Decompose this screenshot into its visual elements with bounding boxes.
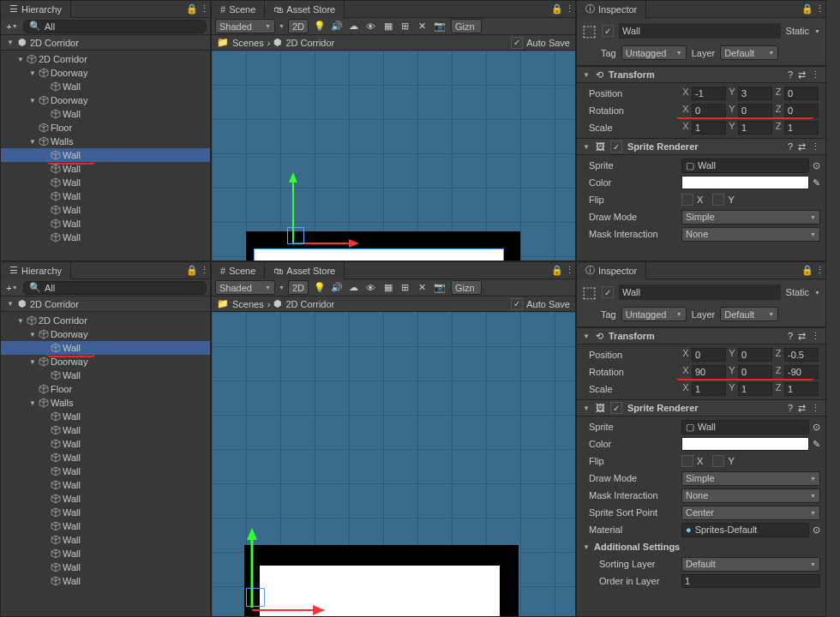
foldout-icon[interactable]: ▼	[28, 399, 37, 407]
scale-z[interactable]	[784, 382, 819, 396]
scene-tab[interactable]: #Scene	[212, 262, 265, 279]
create-button[interactable]: +▼	[4, 280, 20, 296]
hierarchy-item[interactable]: ▼Doorway	[1, 355, 210, 368]
name-field[interactable]	[619, 23, 781, 39]
tag-dropdown[interactable]: Untagged▼	[621, 307, 687, 321]
hierarchy-item[interactable]: Wall	[1, 80, 210, 93]
sr-enable-check[interactable]: ✓	[610, 402, 622, 414]
preset-icon[interactable]: ⇄	[798, 331, 806, 342]
color-field[interactable]	[681, 437, 809, 451]
lock-icon[interactable]: 🔒	[186, 265, 198, 277]
draw-mode-dropdown[interactable]: Simple▼	[681, 471, 820, 486]
audio-icon[interactable]: 🔊	[329, 19, 345, 34]
foldout-icon[interactable]: ▼	[16, 56, 25, 63]
hierarchy-search[interactable]: 🔍All	[23, 20, 207, 33]
hierarchy-item[interactable]: ▼Walls	[1, 396, 210, 410]
position-y[interactable]	[738, 87, 772, 100]
hierarchy-item[interactable]: Wall	[1, 464, 210, 478]
static-dropdown[interactable]: ▼	[814, 290, 820, 296]
hierarchy-item[interactable]: Wall	[1, 189, 210, 203]
audio-icon[interactable]: 🔊	[329, 280, 345, 296]
sort-point-dropdown[interactable]: Center▼	[681, 506, 820, 520]
tag-dropdown[interactable]: Untagged▼	[621, 45, 687, 60]
autosave-check[interactable]: ✓	[511, 298, 523, 310]
scene-viewport[interactable]	[212, 312, 575, 616]
hierarchy-item[interactable]: Wall	[1, 203, 210, 217]
sprite-field[interactable]: ▢Wall	[681, 420, 809, 434]
camera-icon[interactable]: 📷	[432, 19, 447, 34]
scenes-crumb[interactable]: Scenes	[232, 38, 264, 48]
hierarchy-item[interactable]: Wall	[1, 423, 210, 437]
scene-viewport[interactable]	[212, 51, 575, 261]
grid-icon[interactable]: ▦	[381, 19, 396, 34]
hierarchy-item[interactable]: Wall	[1, 176, 210, 189]
scene-foldout[interactable]: ▼	[6, 300, 15, 308]
scenes-crumb[interactable]: Scenes	[232, 299, 264, 309]
preset-icon[interactable]: ⇄	[798, 141, 806, 153]
sr-foldout[interactable]: ▼	[582, 143, 591, 151]
scene-tab[interactable]: #Scene	[212, 1, 265, 18]
hierarchy-item[interactable]: Wall	[1, 560, 210, 574]
foldout-icon[interactable]: ▼	[28, 97, 37, 105]
component-menu-icon[interactable]: ⋮	[811, 141, 820, 153]
scene-foldout[interactable]: ▼	[6, 39, 15, 46]
hierarchy-item[interactable]: ▼Doorway	[1, 93, 210, 107]
hierarchy-item[interactable]: ▼Doorway	[1, 66, 210, 80]
layer-dropdown[interactable]: Default▼	[720, 45, 778, 60]
render-mode-dropdown[interactable]: Shaded▼	[215, 19, 275, 33]
asset-store-tab[interactable]: 🛍Asset Store	[265, 262, 345, 279]
scale-x[interactable]	[692, 121, 726, 135]
panel-menu-icon[interactable]: ⋮	[198, 265, 210, 277]
scale-z[interactable]	[784, 121, 819, 135]
scale-y[interactable]	[738, 121, 772, 135]
light-icon[interactable]: 💡	[312, 280, 327, 296]
object-picker-icon[interactable]: ⊙	[813, 422, 820, 433]
hierarchy-item[interactable]: Floor	[1, 121, 210, 135]
help-icon[interactable]: ?	[788, 69, 793, 80]
layer-dropdown[interactable]: Default▼	[720, 307, 778, 321]
panel-menu-icon[interactable]: ⋮	[563, 3, 575, 15]
hierarchy-item[interactable]: Wall	[1, 162, 210, 176]
fx-icon[interactable]: ☁	[346, 280, 362, 296]
sr-enable-check[interactable]: ✓	[610, 141, 622, 153]
panel-menu-icon[interactable]: ⋮	[198, 3, 210, 15]
light-icon[interactable]: 💡	[312, 19, 327, 34]
panel-menu-icon[interactable]: ⋮	[563, 265, 575, 277]
transform-foldout[interactable]: ▼	[582, 71, 591, 79]
sr-foldout[interactable]: ▼	[582, 404, 591, 412]
hierarchy-item[interactable]: Wall	[1, 148, 210, 162]
hierarchy-item[interactable]: Wall	[1, 437, 210, 451]
hierarchy-item[interactable]: Wall	[1, 547, 210, 560]
hierarchy-item[interactable]: Wall	[1, 492, 210, 506]
autosave-check[interactable]: ✓	[511, 37, 523, 49]
hierarchy-item[interactable]: Wall	[1, 506, 210, 519]
position-z[interactable]	[784, 87, 819, 100]
create-button[interactable]: +▼	[4, 19, 20, 34]
hierarchy-item[interactable]: Wall	[1, 533, 210, 547]
hierarchy-item[interactable]: ▼Doorway	[1, 327, 210, 341]
color-field[interactable]	[681, 176, 809, 189]
scene-crumb[interactable]: 2D Corridor	[285, 38, 334, 48]
name-field[interactable]	[619, 285, 781, 300]
asset-store-tab[interactable]: 🛍Asset Store	[265, 1, 345, 18]
hierarchy-item[interactable]: Wall	[1, 341, 210, 355]
hierarchy-search[interactable]: 🔍All	[23, 281, 207, 295]
material-field[interactable]: ●Sprites-Default	[681, 523, 809, 537]
component-menu-icon[interactable]: ⋮	[811, 331, 820, 342]
hierarchy-item[interactable]: Wall	[1, 217, 210, 231]
active-check[interactable]: ✓	[602, 25, 614, 37]
hierarchy-tab[interactable]: ☰Hierarchy	[1, 262, 71, 279]
foldout-icon[interactable]: ▼	[28, 69, 37, 77]
2d-toggle[interactable]: 2D	[288, 19, 309, 33]
help-icon[interactable]: ?	[788, 403, 793, 413]
hierarchy-item[interactable]: Wall	[1, 410, 210, 423]
hierarchy-item[interactable]: Wall	[1, 368, 210, 382]
sprite-field[interactable]: ▢Wall	[681, 159, 809, 173]
lock-icon[interactable]: 🔒	[551, 3, 563, 15]
gizmo-dropdown[interactable]: Gizn	[451, 19, 482, 33]
hierarchy-item[interactable]: Floor	[1, 382, 210, 396]
flip-x-check[interactable]	[681, 455, 693, 467]
help-icon[interactable]: ?	[788, 331, 793, 341]
hierarchy-item[interactable]: ▼2D Corridor	[1, 52, 210, 66]
position-z[interactable]	[784, 348, 819, 362]
